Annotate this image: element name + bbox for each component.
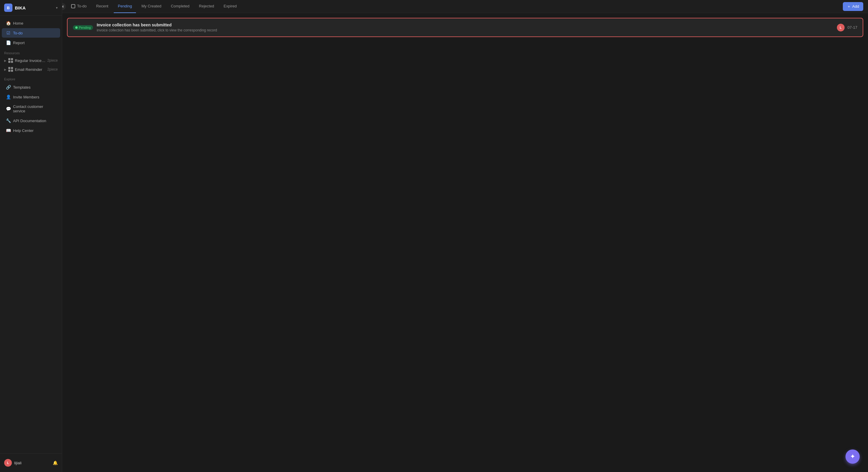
sidebar-item-label: Contact customer service [13, 105, 56, 113]
tab-recent[interactable]: Recent [92, 0, 113, 13]
tab-todo-content: To-do [71, 4, 87, 8]
content-area: Pending Invoice collection has been subm… [62, 13, 868, 472]
sidebar-item-invite-members[interactable]: 👤 Invite Members [2, 92, 60, 102]
sidebar: B BIKA ▾ 🏠 Home ☑ To-do 📄 Report Resourc… [0, 0, 62, 472]
sidebar-item-label: Help Center [13, 128, 33, 133]
plus-icon: ＋ [847, 4, 851, 9]
sidebar-item-api-docs[interactable]: 🔧 API Documentation [2, 116, 60, 125]
resource-count: 2piece [48, 58, 58, 63]
task-avatar: L [837, 24, 845, 31]
api-icon: 🔧 [6, 118, 11, 123]
app-logo: B [4, 4, 12, 12]
resource-count: 2piece [48, 67, 58, 71]
home-icon: 🏠 [6, 21, 11, 26]
grid-icon [8, 67, 13, 72]
templates-icon: 🔗 [6, 85, 11, 90]
fab-button[interactable]: ✦ [845, 449, 860, 464]
user-row[interactable]: L lijiali 🔔 [0, 456, 62, 469]
tab-completed[interactable]: Completed [167, 0, 194, 13]
resource-item-email-reminder[interactable]: ▶ Email Reminder 2piece [0, 65, 62, 74]
sparkle-icon: ✦ [850, 453, 855, 461]
sidebar-nav: 🏠 Home ☑ To-do 📄 Report Resources ▶ Regu… [0, 16, 62, 138]
sidebar-item-label: To-do [13, 31, 23, 35]
resource-item-regular-invoice[interactable]: ▶ Regular Invoice Collect... 2piece [0, 56, 62, 65]
app-name: BIKA [15, 5, 56, 10]
tab-my-created[interactable]: My Created [137, 0, 165, 13]
pending-dot [75, 26, 78, 29]
sidebar-item-help-center[interactable]: 📖 Help Center [2, 126, 60, 135]
sidebar-item-report[interactable]: 📄 Report [2, 38, 60, 48]
chat-icon: 💬 [6, 107, 11, 111]
resource-name: Regular Invoice Collect... [15, 58, 45, 63]
invite-icon: 👤 [6, 95, 11, 99]
report-icon: 📄 [6, 40, 11, 45]
task-subtitle: invoice collection has been submitted, c… [97, 28, 833, 32]
tab-pending[interactable]: Pending [114, 0, 136, 13]
top-nav: ◀ To-do Recent Pending My Created Comple… [62, 0, 868, 13]
sidebar-item-label: Report [13, 40, 25, 45]
sidebar-item-home[interactable]: 🏠 Home [2, 19, 60, 28]
grid-icon [8, 58, 13, 63]
todo-icon: ☑ [6, 31, 11, 35]
sidebar-item-label: Templates [13, 85, 31, 90]
expand-arrow-icon: ▶ [4, 59, 6, 62]
sidebar-item-label: API Documentation [13, 119, 46, 123]
task-card[interactable]: Pending Invoice collection has been subm… [67, 18, 863, 37]
book-icon: 📖 [6, 128, 11, 133]
task-meta: L 07-17 [837, 24, 857, 31]
checkbox-icon [71, 4, 75, 8]
chevron-down-icon: ▾ [56, 6, 58, 10]
task-title: Invoice collection has been submitted [97, 23, 833, 27]
sidebar-footer: L lijiali 🔔 [0, 453, 62, 472]
user-name: lijiali [14, 461, 50, 465]
sidebar-item-label: Home [13, 21, 23, 26]
task-date: 07-17 [847, 25, 857, 30]
resources-section-label: Resources [0, 48, 62, 56]
sidebar-item-templates[interactable]: 🔗 Templates [2, 82, 60, 92]
task-info: Invoice collection has been submitted in… [97, 23, 833, 32]
add-button[interactable]: ＋ Add [843, 2, 863, 11]
collapse-sidebar-button[interactable]: ◀ [62, 3, 66, 10]
sidebar-item-label: Invite Members [13, 95, 39, 99]
main-content: ◀ To-do Recent Pending My Created Comple… [62, 0, 868, 472]
pending-badge: Pending [73, 25, 93, 30]
explore-section-label: Explore [0, 74, 62, 82]
expand-arrow-icon: ▶ [4, 68, 6, 71]
tab-todo[interactable]: To-do [67, 0, 91, 13]
sidebar-item-contact-customer[interactable]: 💬 Contact customer service [2, 102, 60, 116]
resource-name: Email Reminder [15, 67, 45, 72]
bell-icon[interactable]: 🔔 [53, 461, 58, 465]
tab-rejected[interactable]: Rejected [195, 0, 218, 13]
tab-expired[interactable]: Expired [219, 0, 241, 13]
sidebar-item-todo[interactable]: ☑ To-do [2, 28, 60, 38]
app-header[interactable]: B BIKA ▾ [0, 0, 62, 16]
avatar: L [4, 459, 12, 467]
